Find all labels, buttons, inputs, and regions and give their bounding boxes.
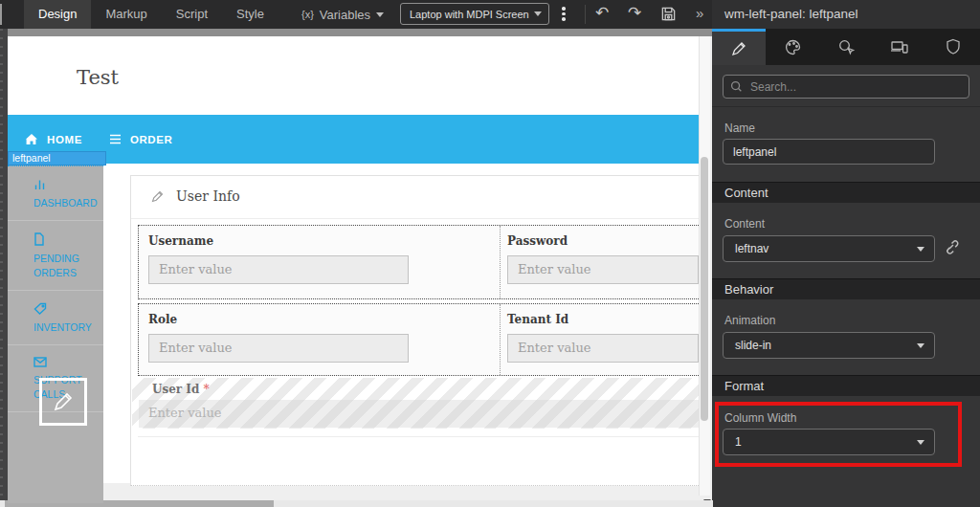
- tab-design[interactable]: Design: [24, 0, 91, 29]
- name-field[interactable]: [723, 139, 935, 165]
- tab-style[interactable]: Style: [222, 0, 278, 29]
- password-input[interactable]: Enter value: [507, 255, 699, 284]
- canvas-vertical-scrollbar-thumb[interactable]: [701, 157, 708, 421]
- userid-label: User Id *: [152, 383, 210, 396]
- pencil-icon: [730, 40, 747, 57]
- left-panel-item-dashboard[interactable]: DASHBOARD: [8, 166, 103, 221]
- page-navbar: HOME ORDER: [8, 115, 699, 164]
- property-search-input[interactable]: [748, 76, 964, 98]
- chevron-down-icon: [376, 12, 384, 17]
- section-header-format[interactable]: Format: [712, 375, 980, 396]
- page-title: Test: [77, 66, 119, 89]
- chevron-down-icon: [917, 343, 924, 348]
- nav-item-order[interactable]: ORDER: [109, 134, 173, 145]
- tab-markup[interactable]: Markup: [91, 0, 161, 29]
- properties-panel-title: wm-left-panel: leftpanel: [712, 0, 980, 29]
- left-panel-item-inventory[interactable]: INVENTORY: [8, 291, 103, 345]
- tenantid-input[interactable]: Enter value: [507, 334, 699, 363]
- pencil-icon: [52, 390, 75, 413]
- tab-events[interactable]: [819, 29, 873, 65]
- tab-script[interactable]: Script: [162, 0, 222, 29]
- undo-button[interactable]: ↶: [595, 2, 609, 25]
- device-selector[interactable]: Laptop with MDPI Screen: [400, 3, 549, 25]
- form-row-2: Role Enter value Tenant Id Enter value: [138, 303, 702, 376]
- page-preview: Test HOME ORDER leftpanel DASHBOARD: [8, 36, 699, 483]
- cursor-click-icon: [837, 38, 856, 56]
- tab-styles[interactable]: [766, 29, 819, 65]
- username-label: Username: [148, 234, 213, 248]
- section-header-behavior[interactable]: Behavior: [712, 278, 980, 299]
- variables-icon: {x}: [301, 9, 314, 20]
- edit-widget-overlay[interactable]: [39, 378, 87, 426]
- collapse-panel-button[interactable]: »: [696, 5, 703, 21]
- left-panel-item-label: PENDING ORDERS: [33, 252, 95, 280]
- document-icon: [33, 232, 45, 246]
- palette-icon: [784, 38, 802, 56]
- password-label: Password: [507, 234, 568, 248]
- bar-chart-icon: [33, 178, 47, 190]
- tab-properties[interactable]: [712, 29, 766, 65]
- pencil-icon: [150, 189, 165, 204]
- section-header-content[interactable]: Content: [712, 182, 980, 203]
- home-icon: [25, 133, 38, 145]
- bind-property-button[interactable]: [942, 238, 960, 260]
- variables-label: Variables: [320, 8, 370, 22]
- content-dropdown-value: leftnav: [735, 242, 768, 255]
- nav-order-label: ORDER: [130, 134, 173, 145]
- column-width-dropdown-value: 1: [735, 435, 742, 449]
- nav-item-home[interactable]: HOME: [25, 133, 82, 145]
- form-title: User Info: [176, 188, 240, 204]
- canvas-top-margin: [8, 29, 712, 36]
- chevron-down-icon: [534, 11, 542, 16]
- left-panel-item-label: DASHBOARD: [33, 196, 95, 210]
- save-button[interactable]: [660, 6, 677, 26]
- animation-dropdown-value: slide-in: [735, 339, 771, 352]
- tag-icon: [33, 302, 47, 315]
- link-icon: [942, 238, 960, 256]
- left-dock-handle[interactable]: [0, 4, 2, 25]
- column-divider: [500, 304, 501, 375]
- role-input[interactable]: Enter value: [148, 334, 409, 363]
- redo-button[interactable]: ↷: [628, 2, 641, 25]
- tenantid-label: Tenant Id: [507, 313, 568, 326]
- canvas-left-rail: [0, 29, 8, 507]
- chevron-down-icon: [917, 247, 924, 252]
- shield-icon: [945, 38, 962, 55]
- left-panel-item-pending-orders[interactable]: PENDING ORDERS: [8, 221, 103, 291]
- name-label: Name: [724, 121, 755, 135]
- required-asterisk: *: [204, 383, 210, 396]
- save-icon: [660, 6, 677, 22]
- selected-widget-label[interactable]: leftpanel: [8, 151, 106, 165]
- properties-tabbar: [712, 29, 980, 65]
- animation-dropdown[interactable]: slide-in: [723, 332, 935, 359]
- property-search: [723, 75, 969, 99]
- device-selector-value: Laptop with MDPI Screen: [410, 9, 529, 20]
- username-input[interactable]: Enter value: [148, 255, 409, 284]
- variables-button[interactable]: {x} Variables: [301, 0, 384, 29]
- form-header[interactable]: User Info: [150, 188, 240, 204]
- properties-panel: wm-left-panel: leftpanel: [712, 0, 980, 507]
- divider: [138, 436, 702, 437]
- role-label: Role: [148, 313, 177, 326]
- left-panel-item-label: INVENTORY: [33, 320, 95, 335]
- envelope-icon: [33, 357, 47, 367]
- column-width-dropdown[interactable]: 1: [723, 429, 935, 455]
- top-toolbar: Design Markup Script Style {x} Variables…: [0, 0, 712, 29]
- devices-icon: [890, 37, 909, 56]
- user-info-form-card: User Info Username Enter value Password …: [130, 175, 706, 486]
- divider: [712, 106, 980, 107]
- tab-devices[interactable]: [873, 29, 926, 65]
- userid-input[interactable]: Enter value: [139, 400, 702, 428]
- form-row-userid-hidden: User Id * Enter value: [132, 378, 706, 429]
- chevron-down-icon: [917, 440, 924, 445]
- left-panel-widget[interactable]: DASHBOARD PENDING ORDERS INVENTORY SUPPO…: [8, 165, 103, 503]
- divider: [131, 218, 705, 219]
- more-options-button[interactable]: [562, 7, 566, 21]
- design-canvas: Test HOME ORDER leftpanel DASHBOARD: [0, 29, 712, 507]
- content-dropdown[interactable]: leftnav: [723, 235, 935, 262]
- tab-security[interactable]: [926, 29, 980, 65]
- properties-body: Name Content Content leftnav Behavior An…: [712, 65, 980, 507]
- content-label: Content: [724, 217, 765, 231]
- form-row-1: Username Enter value Password Enter valu…: [138, 225, 702, 299]
- column-divider: [500, 226, 501, 298]
